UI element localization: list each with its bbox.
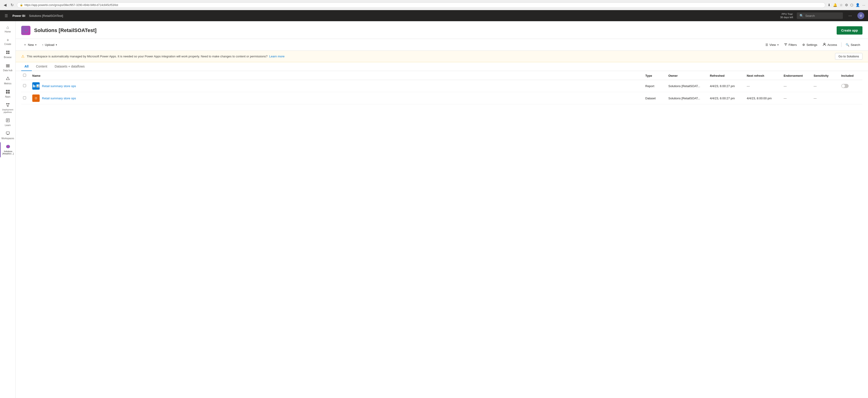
access-button[interactable]: Access <box>820 41 839 48</box>
browser-chrome: ◀ ↻ 🔒 https://app.powerbi.com/groups/08e… <box>0 0 868 10</box>
tab-datasets[interactable]: Datasets + dataflows <box>52 62 88 71</box>
sidebar-label-browse: Browse <box>4 56 11 59</box>
col-checkbox <box>21 71 30 80</box>
browser-downloads-icon[interactable]: ⬇ <box>828 3 831 7</box>
search-button[interactable]: 🔍 Search <box>843 42 863 48</box>
topnav-more-button[interactable]: ··· <box>846 12 854 19</box>
browse-icon <box>6 50 10 55</box>
go-to-solutions-button[interactable]: Go to Solutions <box>835 53 863 60</box>
tab-all[interactable]: All <box>21 62 32 71</box>
sidebar-item-browse[interactable]: Browse <box>0 48 16 61</box>
col-header-refreshed: Refreshed <box>708 71 745 80</box>
settings-icon: ⚙ <box>802 43 805 46</box>
page-title: Solutions [RetailSOATest] <box>34 27 833 33</box>
sidebar-item-apps[interactable]: Apps <box>0 87 16 100</box>
create-icon: ＋ <box>6 38 10 42</box>
learn-more-link[interactable]: Learn more <box>269 55 284 58</box>
col-endorsement-label: Endorsement <box>784 74 803 77</box>
row1-checkbox-cell <box>21 80 30 92</box>
sidebar-item-learn[interactable]: Learn <box>0 116 16 129</box>
warning-text: This workspace is automatically managed … <box>27 55 833 58</box>
browser-alerts-icon[interactable]: 🔔 <box>833 3 837 7</box>
toolbar-right: ☰ View ▾ Filters <box>763 41 863 48</box>
refresh-button[interactable]: ↻ <box>10 2 14 8</box>
sidebar-label-apps: Apps <box>5 95 10 98</box>
create-app-button[interactable]: Create app <box>837 26 863 35</box>
trial-days: 38 days left <box>780 16 793 19</box>
topnav-search-input[interactable] <box>805 14 833 18</box>
topnav-search-box[interactable]: 🔍 <box>797 12 843 19</box>
upload-button[interactable]: ↑ Upload ▾ <box>40 42 59 48</box>
sidebar-item-create[interactable]: ＋ Create <box>0 35 16 48</box>
row2-included-cell <box>839 92 863 104</box>
row2-name-container: ⊡ Retail summary store ops <box>32 95 642 102</box>
col-included-label: Included <box>841 74 854 77</box>
view-chevron-icon: ▾ <box>777 43 779 46</box>
address-bar[interactable]: 🔒 https://app.powerbi.com/groups/08ecf95… <box>17 2 825 8</box>
access-label: Access <box>828 43 837 46</box>
table-container: Name Type Owner Refreshed <box>16 71 868 104</box>
new-button[interactable]: ＋ New ▾ <box>21 41 39 48</box>
back-button[interactable]: ◀ <box>3 2 7 8</box>
row2-name-text[interactable]: Retail summary store ops <box>42 97 76 100</box>
new-icon: ＋ <box>24 43 27 47</box>
metrics-icon <box>6 76 10 81</box>
sidebar-item-metrics[interactable]: Metrics <box>0 74 16 87</box>
sidebar-item-home[interactable]: ⌂ Home <box>0 23 16 35</box>
sidebar-item-solutions[interactable]: Solutions [RetailSO...] <box>0 142 16 158</box>
user-avatar[interactable]: U <box>858 12 864 19</box>
sidebar-label-learn: Learn <box>5 124 11 127</box>
col-sensitivity-label: Sensitivity <box>814 74 829 77</box>
view-button[interactable]: ☰ View ▾ <box>763 42 781 48</box>
sidebar-item-datahub[interactable]: Data hub <box>0 61 16 74</box>
new-chevron-icon: ▾ <box>35 43 36 46</box>
sidebar-label-metrics: Metrics <box>4 82 11 85</box>
hamburger-menu-button[interactable]: ☰ <box>4 13 9 19</box>
apps-icon <box>6 90 10 95</box>
tab-content[interactable]: Content <box>33 62 51 71</box>
url-text: https://app.powerbi.com/groups/08ecf957-… <box>25 3 118 7</box>
warning-banner: ⚠ This workspace is automatically manage… <box>16 51 868 62</box>
row2-next-refresh-cell: 4/4/23, 8:00:00 pm <box>745 92 782 104</box>
row1-name-text[interactable]: Retail summary store ops <box>42 84 76 88</box>
svg-rect-21 <box>6 132 9 134</box>
row2-checkbox[interactable] <box>23 96 26 99</box>
row2-type: Dataset <box>645 97 656 100</box>
browser-profile-icon[interactable]: 👤 <box>856 3 860 7</box>
col-header-owner: Owner <box>666 71 708 80</box>
browser-toolbar: ⬇ 🔔 ☆ ⚙ ⬡ 👤 ··· <box>828 3 865 7</box>
col-header-endorsement: Endorsement <box>782 71 812 80</box>
row2-checkbox-cell <box>21 92 30 104</box>
browser-star-icon[interactable]: ☆ <box>840 3 843 7</box>
svg-rect-5 <box>6 66 10 66</box>
svg-point-31 <box>824 43 825 44</box>
row1-checkbox[interactable] <box>23 84 26 87</box>
select-all-checkbox[interactable] <box>23 74 26 77</box>
table-row: ⊡ Retail summary store ops Dataset Solut… <box>21 92 863 104</box>
sidebar-item-workspaces[interactable]: Workspaces <box>0 129 16 142</box>
browser-extensions-icon[interactable]: ⬡ <box>850 3 853 7</box>
row2-owner-cell: Solutions [RetailSOAT... <box>666 92 708 104</box>
sidebar-label-create: Create <box>4 43 11 46</box>
row2-endorsement-cell: — <box>782 92 812 104</box>
svg-rect-0 <box>6 51 8 52</box>
browser-settings-icon[interactable]: ⚙ <box>845 3 848 7</box>
access-icon <box>823 43 826 47</box>
browser-more-icon[interactable]: ··· <box>862 3 865 7</box>
learn-icon <box>6 118 10 123</box>
filters-label: Filters <box>789 43 797 46</box>
datahub-icon <box>6 63 10 68</box>
row1-owner-cell: Solutions [RetailSOAT... <box>666 80 708 92</box>
solutions-icon <box>6 144 10 150</box>
sidebar-item-deployment[interactable]: Deployment pipelines <box>0 100 16 116</box>
settings-button[interactable]: ⚙ Settings <box>800 42 819 48</box>
row1-included-toggle[interactable] <box>841 84 849 88</box>
view-icon: ☰ <box>766 43 768 46</box>
col-name-label: Name <box>32 74 40 77</box>
tab-all-label: All <box>25 65 29 68</box>
view-label: View <box>770 43 776 46</box>
filters-button[interactable]: Filters <box>782 41 799 48</box>
col-header-sensitivity: Sensitivity <box>812 71 839 80</box>
row2-next-refresh: 4/4/23, 8:00:00 pm <box>747 97 772 100</box>
row2-sensitivity-cell: — <box>812 92 839 104</box>
